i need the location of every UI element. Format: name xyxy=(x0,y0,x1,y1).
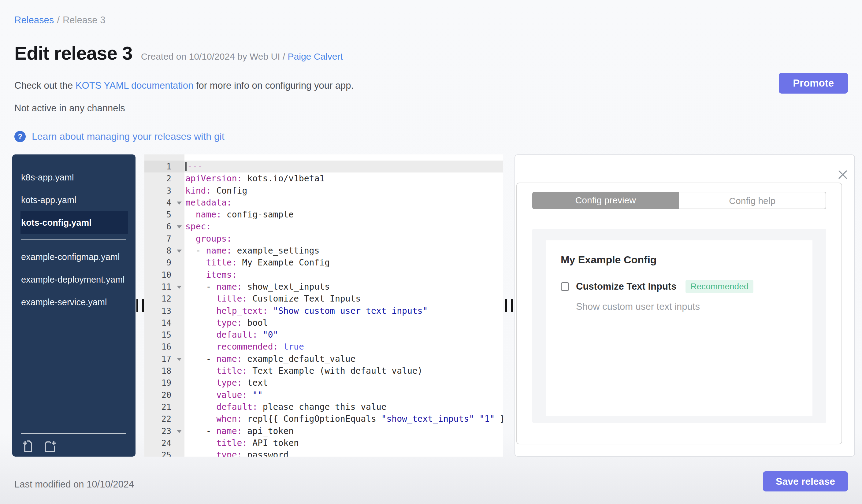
line-number: 25 xyxy=(144,449,184,456)
code-line-11[interactable]: 11 - name: show_text_inputs xyxy=(144,281,503,293)
fold-arrow-icon[interactable] xyxy=(177,430,182,433)
line-number: 1 xyxy=(144,161,184,172)
git-link-row: ? Learn about managing your releases wit… xyxy=(14,131,224,142)
code-line-1[interactable]: 1--- xyxy=(144,161,503,172)
line-number: 9 xyxy=(144,256,184,268)
line-number: 22 xyxy=(144,413,184,425)
code-line-23[interactable]: 23 - name: api_token xyxy=(144,425,503,437)
code-line-21[interactable]: 21 default: please change this value xyxy=(144,401,503,413)
breadcrumb-current: Release 3 xyxy=(63,15,106,25)
code-line-14[interactable]: 14 type: bool xyxy=(144,317,503,329)
code-line-12[interactable]: 12 title: Customize Text Inputs xyxy=(144,293,503,305)
editor-resize-gap xyxy=(503,155,514,456)
add-file-icon[interactable] xyxy=(21,439,34,453)
created-meta: Created on 10/10/2024 by Web UI / Paige … xyxy=(141,51,343,62)
add-folder-icon[interactable] xyxy=(43,439,57,453)
line-number: 18 xyxy=(144,365,184,377)
sidebar-divider xyxy=(21,239,126,240)
sidebar-file-kots-config.yaml[interactable]: kots-config.yaml xyxy=(21,211,128,234)
text-cursor xyxy=(185,162,186,171)
sidebar-file-example-service.yaml[interactable]: example-service.yaml xyxy=(21,291,128,314)
fold-arrow-icon[interactable] xyxy=(177,225,182,228)
config-group-title: My Example Config xyxy=(561,254,798,266)
line-number: 3 xyxy=(144,185,184,197)
line-number: 7 xyxy=(144,233,184,245)
breadcrumb: Releases/Release 3 xyxy=(14,15,105,26)
config-card: Config previewConfig help My Example Con… xyxy=(516,183,842,445)
code-line-17[interactable]: 17 - name: example_default_value xyxy=(144,353,503,365)
code-line-20[interactable]: 20 value: "" xyxy=(144,389,503,401)
code-line-7[interactable]: 7 groups: xyxy=(144,233,503,245)
recommended-badge: Recommended xyxy=(685,280,754,293)
code-line-8[interactable]: 8 - name: example_settings xyxy=(144,245,503,256)
editor-resize-handle[interactable] xyxy=(505,299,513,312)
breadcrumb-releases-link[interactable]: Releases xyxy=(14,15,54,25)
customize-text-inputs-checkbox[interactable] xyxy=(561,282,569,291)
code-line-18[interactable]: 18 title: Text Example (with default val… xyxy=(144,365,503,377)
config-preview-drawer: Config previewConfig help My Example Con… xyxy=(514,155,855,456)
code-line-4[interactable]: 4metadata: xyxy=(144,197,503,209)
promote-button[interactable]: Promote xyxy=(779,73,848,94)
edit-release-page: Releases/Release 3 Edit release 3 Create… xyxy=(0,0,862,504)
tab-config-preview[interactable]: Config preview xyxy=(532,192,679,209)
code-line-25[interactable]: 25 type: password xyxy=(144,449,503,456)
git-releases-link[interactable]: Learn about managing your releases with … xyxy=(32,131,224,142)
sidebar-file-example-configmap.yaml[interactable]: example-configmap.yaml xyxy=(21,246,128,268)
line-number: 13 xyxy=(144,305,184,317)
code-line-24[interactable]: 24 title: API token xyxy=(144,437,503,449)
help-question-icon[interactable]: ? xyxy=(14,131,26,142)
kots-yaml-doc-link[interactable]: KOTS YAML documentation xyxy=(76,80,193,91)
sidebar-resize-gap xyxy=(135,155,144,456)
sidebar-resize-handle[interactable] xyxy=(136,299,144,312)
preview-tab-bar: Config previewConfig help xyxy=(532,192,826,209)
tab-config-help[interactable]: Config help xyxy=(679,192,826,209)
line-number: 2 xyxy=(144,172,184,184)
doc-text-after: for more info on configuring your app. xyxy=(193,80,354,91)
file-sidebar: k8s-app.yamlkots-app.yamlkots-config.yam… xyxy=(12,155,135,456)
code-line-2[interactable]: 2apiVersion: kots.io/v1beta1 xyxy=(144,172,503,184)
fold-arrow-icon[interactable] xyxy=(177,286,182,289)
channel-status: Not active in any channels xyxy=(14,103,125,114)
fold-arrow-icon[interactable] xyxy=(177,201,182,204)
code-line-19[interactable]: 19 type: text xyxy=(144,377,503,389)
line-number: 10 xyxy=(144,269,184,281)
code-line-16[interactable]: 16 recommended: true xyxy=(144,341,503,353)
code-line-15[interactable]: 15 default: "0" xyxy=(144,329,503,341)
page-title: Edit release 3 xyxy=(14,42,132,64)
fold-arrow-icon[interactable] xyxy=(177,358,182,361)
code-line-6[interactable]: 6spec: xyxy=(144,221,503,233)
code-line-3[interactable]: 3kind: Config xyxy=(144,185,503,197)
sidebar-file-kots-app.yaml[interactable]: kots-app.yaml xyxy=(21,189,128,211)
sidebar-file-k8s-app.yaml[interactable]: k8s-app.yaml xyxy=(21,166,128,189)
line-number: 14 xyxy=(144,317,184,329)
code-line-13[interactable]: 13 help_text: "Show custom user text inp… xyxy=(144,305,503,317)
fold-arrow-icon[interactable] xyxy=(177,250,182,253)
save-release-button[interactable]: Save release xyxy=(763,471,848,491)
author-link[interactable]: Paige Calvert xyxy=(288,51,343,62)
config-item-row: Customize Text Inputs Recommended xyxy=(561,280,798,293)
sidebar-file-example-deployment.yaml[interactable]: example-deployment.yaml xyxy=(21,268,128,291)
config-item-label: Customize Text Inputs xyxy=(576,281,676,292)
code-lines: 1---2apiVersion: kots.io/v1beta13kind: C… xyxy=(144,155,503,456)
doc-text-before: Check out the xyxy=(14,80,76,91)
line-number: 20 xyxy=(144,389,184,401)
config-group-box: My Example Config Customize Text Inputs … xyxy=(546,240,812,416)
yaml-editor[interactable]: 1---2apiVersion: kots.io/v1beta13kind: C… xyxy=(144,155,503,456)
close-icon[interactable] xyxy=(837,169,848,180)
code-line-10[interactable]: 10 items: xyxy=(144,269,503,281)
preview-area: My Example Config Customize Text Inputs … xyxy=(532,229,826,423)
line-number: 12 xyxy=(144,293,184,305)
sidebar-footer xyxy=(21,433,126,456)
line-number: 15 xyxy=(144,329,184,341)
code-line-9[interactable]: 9 title: My Example Config xyxy=(144,256,503,268)
doc-line: Check out the KOTS YAML documentation fo… xyxy=(14,80,354,91)
line-number: 16 xyxy=(144,341,184,353)
line-number: 21 xyxy=(144,401,184,413)
line-number: 5 xyxy=(144,209,184,221)
line-number: 24 xyxy=(144,437,184,449)
code-line-5[interactable]: 5 name: config-sample xyxy=(144,209,503,221)
code-line-22[interactable]: 22 when: repl{{ ConfigOptionEquals "show… xyxy=(144,413,503,425)
workspace: k8s-app.yamlkots-app.yamlkots-config.yam… xyxy=(12,155,855,456)
last-modified-text: Last modified on 10/10/2024 xyxy=(14,479,134,490)
created-text: Created on 10/10/2024 by Web UI / xyxy=(141,51,288,62)
